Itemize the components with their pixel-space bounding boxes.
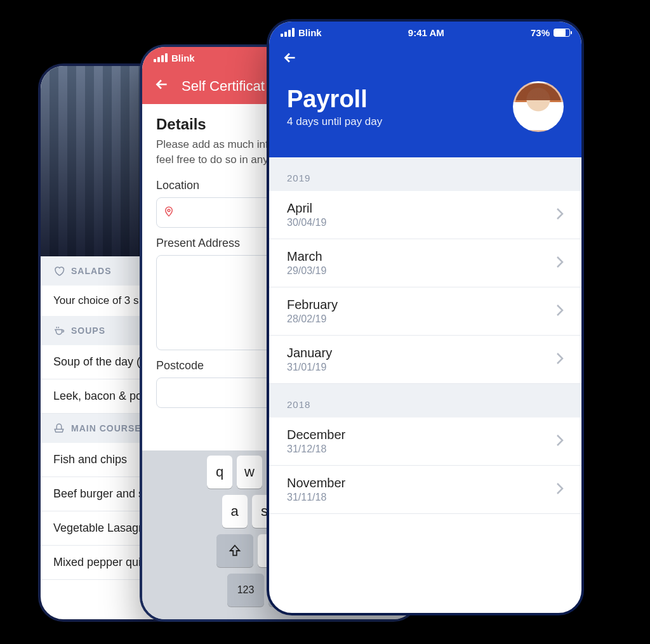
signal-icon xyxy=(281,28,295,37)
heart-icon xyxy=(53,265,65,277)
payslip-date: 31/11/18 xyxy=(287,492,345,503)
carrier-label: Blink xyxy=(171,53,195,63)
payslip-row[interactable]: December 31/12/18 xyxy=(269,417,581,466)
carrier-label: Blink xyxy=(298,27,322,38)
chevron-right-icon xyxy=(556,352,564,367)
year-header: 2018 xyxy=(269,384,581,417)
key-w[interactable]: w xyxy=(237,456,262,489)
status-bar: Blink 9:41 AM 73% xyxy=(269,22,581,43)
payslip-month: November xyxy=(287,476,345,490)
battery-icon xyxy=(554,29,570,37)
plate-icon xyxy=(53,423,65,434)
svg-point-0 xyxy=(168,209,170,211)
back-icon[interactable] xyxy=(282,49,298,69)
payslip-date: 31/12/18 xyxy=(287,444,345,455)
payslip-date: 29/03/19 xyxy=(287,265,326,277)
pin-icon xyxy=(163,206,175,220)
payslip-month: March xyxy=(287,249,326,264)
payslip-date: 31/01/19 xyxy=(287,362,332,373)
signal-icon xyxy=(154,53,168,62)
chevron-right-icon xyxy=(556,304,564,319)
payslip-row[interactable]: January 31/01/19 xyxy=(269,336,581,384)
back-icon[interactable] xyxy=(154,76,170,96)
chevron-right-icon xyxy=(556,256,564,271)
chevron-right-icon xyxy=(556,207,564,223)
payroll-list: 2019 April 30/04/19 March 29/03/19 Febru… xyxy=(269,157,581,514)
shift-key[interactable] xyxy=(216,534,253,567)
payslip-row[interactable]: April 30/04/19 xyxy=(269,191,581,239)
chevron-right-icon xyxy=(556,482,564,497)
section-label: SOUPS xyxy=(71,325,105,336)
payslip-month: February xyxy=(287,298,338,312)
payslip-month: January xyxy=(287,346,332,360)
payslip-row[interactable]: March 29/03/19 xyxy=(269,239,581,287)
page-subtitle: 4 days until pay day xyxy=(287,115,382,128)
payslip-row[interactable]: February 28/02/19 xyxy=(269,287,581,336)
battery-label: 73% xyxy=(531,27,550,38)
avatar[interactable] xyxy=(513,81,564,132)
chevron-right-icon xyxy=(556,434,564,449)
cup-icon xyxy=(53,325,65,336)
payslip-date: 28/02/19 xyxy=(287,313,338,325)
payslip-row[interactable]: November 31/11/18 xyxy=(269,466,581,514)
status-time: 9:41 AM xyxy=(408,27,444,38)
section-label: SALADS xyxy=(71,266,112,276)
payslip-month: April xyxy=(287,201,326,216)
page-title: Payroll xyxy=(287,86,382,113)
payslip-date: 30/04/19 xyxy=(287,217,326,228)
key-q[interactable]: q xyxy=(207,456,232,489)
numeric-key[interactable]: 123 xyxy=(227,574,264,607)
payslip-month: December xyxy=(287,428,345,442)
phone-payroll: Blink 9:41 AM 73% Payroll 4 days until p… xyxy=(267,19,584,615)
key-a[interactable]: a xyxy=(222,495,248,528)
section-label: MAIN COURSE xyxy=(71,423,142,433)
year-header: 2019 xyxy=(269,157,581,191)
form-title: Self Certificat xyxy=(182,78,265,95)
